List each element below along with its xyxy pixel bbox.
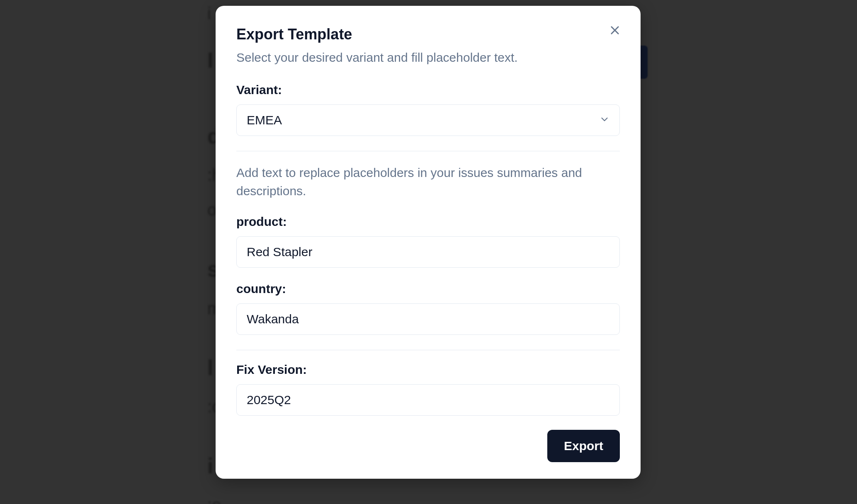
product-label: product: (236, 215, 620, 229)
divider (236, 350, 620, 350)
variant-select[interactable]: EMEA (236, 104, 620, 136)
variant-label: Variant: (236, 83, 620, 97)
variant-select-wrapper: EMEA (236, 104, 620, 136)
variant-field-group: Variant: EMEA (236, 83, 620, 136)
product-input[interactable] (236, 236, 620, 268)
fix-version-field-group: Fix Version: (236, 363, 620, 416)
export-button[interactable]: Export (547, 430, 620, 462)
country-label: country: (236, 282, 620, 296)
modal-subtitle: Select your desired variant and fill pla… (236, 49, 620, 66)
placeholders-description: Add text to replace placeholders in your… (236, 164, 620, 200)
product-field-group: product: (236, 215, 620, 268)
divider (236, 151, 620, 151)
modal-header: Export Template Select your desired vari… (236, 26, 620, 66)
modal-title: Export Template (236, 26, 620, 43)
fix-version-label: Fix Version: (236, 363, 620, 377)
close-button[interactable] (607, 22, 623, 39)
country-input[interactable] (236, 303, 620, 335)
country-field-group: country: (236, 282, 620, 335)
fix-version-input[interactable] (236, 384, 620, 416)
modal-footer: Export (236, 430, 620, 462)
export-template-modal: Export Template Select your desired vari… (216, 6, 641, 479)
close-icon (609, 24, 621, 37)
